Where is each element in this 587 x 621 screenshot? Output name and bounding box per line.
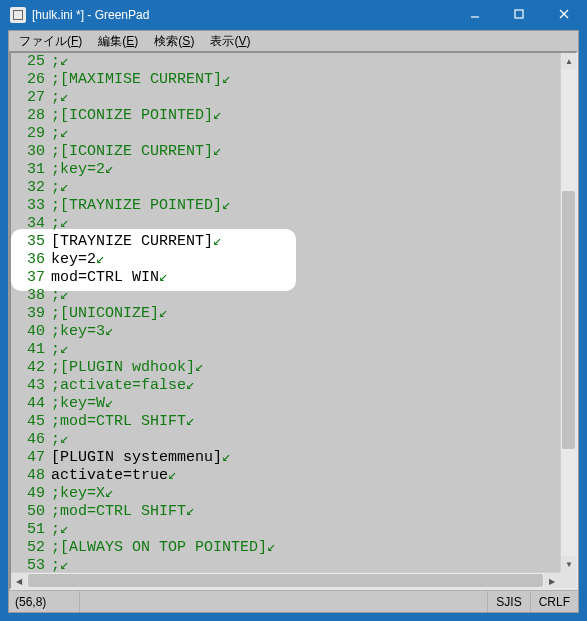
code-text[interactable]: key=2↙ [51,251,560,269]
scrollbar-v-thumb[interactable] [562,191,575,449]
gutter-number: 40 [11,323,51,341]
eol-mark: ↙ [60,53,69,70]
code-text[interactable]: activate=true↙ [51,467,560,485]
code-text[interactable]: ;[ICONIZE CURRENT]↙ [51,143,560,161]
code-text[interactable]: ;[PLUGIN wdhook]↙ [51,359,560,377]
editor-line[interactable]: 42;[PLUGIN wdhook]↙ [11,359,560,377]
minimize-button[interactable] [453,0,497,28]
gutter-number: 44 [11,395,51,413]
code-text[interactable]: ;key=X↙ [51,485,560,503]
gutter-number: 30 [11,143,51,161]
window-buttons [453,0,587,30]
editor-line[interactable]: 47[PLUGIN systemmenu]↙ [11,449,560,467]
gutter-number: 38 [11,287,51,305]
code-text[interactable]: ;↙ [51,215,560,233]
code-text[interactable]: ;↙ [51,179,560,197]
editor[interactable]: 25;↙26;[MAXIMISE CURRENT]↙27;↙28;[ICONIZ… [9,51,578,590]
code-text[interactable]: ;key=W↙ [51,395,560,413]
eol-mark: ↙ [213,107,222,124]
editor-line[interactable]: 44;key=W↙ [11,395,560,413]
eol-mark: ↙ [222,449,231,466]
editor-lines[interactable]: 25;↙26;[MAXIMISE CURRENT]↙27;↙28;[ICONIZ… [11,53,560,572]
menu-edit[interactable]: 編集(E) [92,31,144,52]
code-text[interactable]: ;key=3↙ [51,323,560,341]
gutter-number: 39 [11,305,51,323]
code-text[interactable]: ;↙ [51,53,560,71]
code-text[interactable]: ;↙ [51,431,560,449]
editor-line[interactable]: 48activate=true↙ [11,467,560,485]
editor-line[interactable]: 53;↙ [11,557,560,575]
editor-line[interactable]: 43;activate=false↙ [11,377,560,395]
scrollbar-corner [560,572,576,588]
scroll-down-button[interactable]: ▼ [561,556,576,572]
editor-line[interactable]: 50;mod=CTRL SHIFT↙ [11,503,560,521]
code-text[interactable]: ;↙ [51,521,560,539]
scroll-up-button[interactable]: ▲ [561,53,576,69]
code-text[interactable]: mod=CTRL WIN↙ [51,269,560,287]
editor-line[interactable]: 37mod=CTRL WIN↙ [11,269,560,287]
editor-line[interactable]: 46;↙ [11,431,560,449]
editor-line[interactable]: 41;↙ [11,341,560,359]
code-text[interactable]: ;[ICONIZE POINTED]↙ [51,107,560,125]
close-button[interactable] [541,0,587,28]
eol-mark: ↙ [60,125,69,142]
eol-mark: ↙ [60,287,69,304]
editor-line[interactable]: 36key=2↙ [11,251,560,269]
editor-line[interactable]: 38;↙ [11,287,560,305]
menu-file[interactable]: ファイル(F) [13,31,88,52]
editor-line[interactable]: 29;↙ [11,125,560,143]
editor-line[interactable]: 51;↙ [11,521,560,539]
scroll-right-button[interactable]: ▶ [544,573,560,588]
code-text[interactable]: ;[UNICONIZE]↙ [51,305,560,323]
scrollbar-v-track[interactable] [561,69,576,556]
code-text[interactable]: ;↙ [51,557,560,575]
editor-line[interactable]: 28;[ICONIZE POINTED]↙ [11,107,560,125]
eol-mark: ↙ [105,395,114,412]
gutter-number: 51 [11,521,51,539]
eol-mark: ↙ [186,377,195,394]
gutter-number: 47 [11,449,51,467]
app-icon [10,7,26,23]
statusbar: (56,8) SJIS CRLF [9,590,578,612]
editor-line[interactable]: 31;key=2↙ [11,161,560,179]
scrollbar-h-thumb[interactable] [28,574,543,587]
editor-line[interactable]: 33;[TRAYNIZE POINTED]↙ [11,197,560,215]
code-text[interactable]: ;↙ [51,341,560,359]
gutter-number: 42 [11,359,51,377]
eol-mark: ↙ [195,359,204,376]
scrollbar-vertical[interactable]: ▲ ▼ [560,53,576,572]
code-text[interactable]: ;↙ [51,89,560,107]
editor-line[interactable]: 32;↙ [11,179,560,197]
editor-line[interactable]: 40;key=3↙ [11,323,560,341]
code-text[interactable]: ;activate=false↙ [51,377,560,395]
code-text[interactable]: ;↙ [51,125,560,143]
menubar: ファイル(F) 編集(E) 検索(S) 表示(V) [9,31,578,51]
editor-line[interactable]: 26;[MAXIMISE CURRENT]↙ [11,71,560,89]
maximize-button[interactable] [497,0,541,28]
code-text[interactable]: ;mod=CTRL SHIFT↙ [51,503,560,521]
editor-line[interactable]: 52;[ALWAYS ON TOP POINTED]↙ [11,539,560,557]
titlebar[interactable]: [hulk.ini *] - GreenPad [0,0,587,30]
editor-line[interactable]: 25;↙ [11,53,560,71]
scrollbar-h-track[interactable] [27,573,544,588]
code-text[interactable]: ;↙ [51,287,560,305]
gutter-number: 49 [11,485,51,503]
code-text[interactable]: [PLUGIN systemmenu]↙ [51,449,560,467]
code-text[interactable]: ;[ALWAYS ON TOP POINTED]↙ [51,539,560,557]
menu-view[interactable]: 表示(V) [204,31,256,52]
editor-line[interactable]: 27;↙ [11,89,560,107]
code-text[interactable]: ;key=2↙ [51,161,560,179]
code-text[interactable]: ;mod=CTRL SHIFT↙ [51,413,560,431]
editor-line[interactable]: 35[TRAYNIZE CURRENT]↙ [11,233,560,251]
code-text[interactable]: [TRAYNIZE CURRENT]↙ [51,233,560,251]
code-text[interactable]: ;[MAXIMISE CURRENT]↙ [51,71,560,89]
editor-line[interactable]: 34;↙ [11,215,560,233]
gutter-number: 45 [11,413,51,431]
scroll-left-button[interactable]: ◀ [11,573,27,588]
menu-search[interactable]: 検索(S) [148,31,200,52]
editor-line[interactable]: 39;[UNICONIZE]↙ [11,305,560,323]
editor-line[interactable]: 49;key=X↙ [11,485,560,503]
editor-line[interactable]: 30;[ICONIZE CURRENT]↙ [11,143,560,161]
code-text[interactable]: ;[TRAYNIZE POINTED]↙ [51,197,560,215]
editor-line[interactable]: 45;mod=CTRL SHIFT↙ [11,413,560,431]
